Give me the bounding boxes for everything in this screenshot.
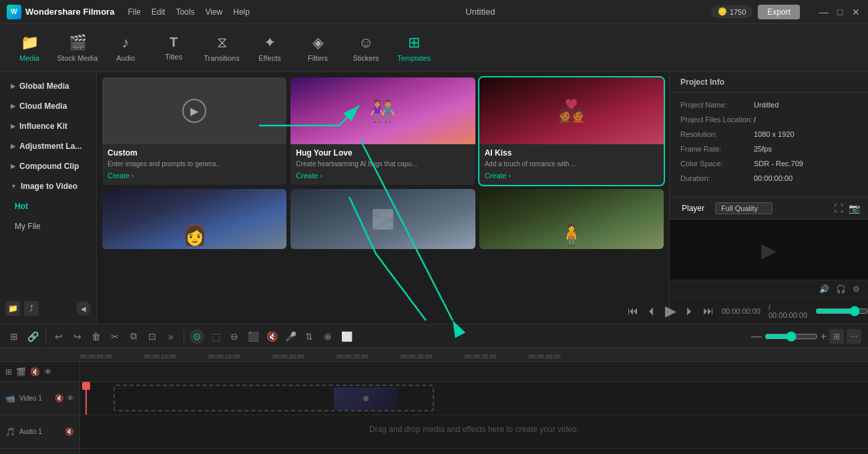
import-icon[interactable]: ⤴ xyxy=(24,301,39,316)
tool-effects[interactable]: ✦ Effects xyxy=(247,27,292,69)
close-button[interactable]: ✕ xyxy=(851,7,861,17)
tool-titles[interactable]: T Titles xyxy=(151,27,196,69)
card-g2[interactable]: 🌫️ xyxy=(290,189,475,249)
audio-label: Audio xyxy=(116,54,135,62)
magnet-icon[interactable]: 🔗 xyxy=(25,329,40,344)
play-icon: ▶ xyxy=(182,99,206,123)
sidebar-item-influence[interactable]: ▶ Influence Kit xyxy=(3,117,93,136)
settings-icon[interactable]: ⚙ xyxy=(853,284,860,294)
timeline-menu-btn[interactable]: ⋯ xyxy=(847,329,861,344)
grid-view-btn[interactable]: ⊞ xyxy=(829,329,844,344)
fullscreen-icon[interactable]: ⛶ xyxy=(834,203,843,214)
cut-icon[interactable]: ✂ xyxy=(107,329,122,344)
topbar-actions: 🪙 1750 Export xyxy=(711,5,800,19)
card-hug-create[interactable]: Create › xyxy=(296,172,469,180)
card-g3[interactable]: 🧍 xyxy=(479,189,664,249)
menu-file[interactable]: File xyxy=(128,7,140,17)
volume-slider[interactable] xyxy=(815,306,868,316)
card-hug[interactable]: 👫 Hug Your Love Create heartwarming AI h… xyxy=(290,77,475,185)
zoom-slider[interactable] xyxy=(765,331,818,342)
card-kiss-create[interactable]: Create › xyxy=(485,172,658,180)
overlay-icon[interactable]: ⊕ xyxy=(320,329,335,344)
trim-icon[interactable]: ⊖ xyxy=(227,329,242,344)
mix-icon[interactable]: ⇅ xyxy=(302,329,316,344)
ripple-icon[interactable]: ⬚ xyxy=(208,329,223,344)
mute-icon[interactable]: 🔇 xyxy=(264,329,279,344)
redo-icon[interactable]: ↪ xyxy=(70,329,85,344)
sidebar-item-image2video[interactable]: ▼ Image to Video xyxy=(3,177,93,196)
window-title: Untitled xyxy=(263,7,698,17)
play-btn[interactable]: ▶ xyxy=(665,302,676,320)
sidebar-item-adjustment[interactable]: ▶ Adjustment La... xyxy=(3,137,93,156)
mic-icon[interactable]: 🎤 xyxy=(283,329,298,344)
delete-icon[interactable]: 🗑 xyxy=(89,329,103,344)
sidebar-item-compound[interactable]: ▶ Compound Clip xyxy=(3,157,93,176)
track-camera-icon: 📹 xyxy=(5,394,15,403)
menu-view[interactable]: View xyxy=(205,7,222,17)
screenshot-icon[interactable]: 📷 xyxy=(849,203,860,214)
minimize-button[interactable]: — xyxy=(819,7,829,17)
tool-stickers[interactable]: ☺ Stickers xyxy=(343,27,389,69)
zoom-in-icon[interactable]: + xyxy=(821,330,827,343)
playhead-marker[interactable] xyxy=(85,382,87,415)
video-mute-icon[interactable]: 🔇 xyxy=(55,394,64,403)
tool-audio[interactable]: ♪ Audio xyxy=(103,27,148,69)
tool-filters[interactable]: ◈ Filters xyxy=(295,27,341,69)
add-folder-icon[interactable]: 📁 xyxy=(5,301,20,316)
zoom-out-icon[interactable]: — xyxy=(751,330,762,343)
card-kiss[interactable]: 💑 AI Kiss Add a touch of romance with ..… xyxy=(479,77,664,185)
menu-tools[interactable]: Tools xyxy=(176,7,194,17)
sidebar-collapse-icon[interactable]: ◀ xyxy=(76,301,91,316)
tool-transitions[interactable]: ⧖ Transitions xyxy=(199,27,244,69)
menu-edit[interactable]: Edit xyxy=(152,7,166,17)
video-eye-icon[interactable]: 👁 xyxy=(67,394,74,403)
app-logo: W Wondershare Filmora xyxy=(7,5,114,19)
sidebar-item-global[interactable]: ▶ Global Media xyxy=(3,77,93,95)
skip-fwd-btn[interactable]: ⏭ xyxy=(703,305,714,317)
player-tab[interactable]: Player xyxy=(678,202,708,215)
track-options-icon[interactable]: 🎬 xyxy=(16,367,26,377)
pip-icon[interactable]: ⬜ xyxy=(339,329,354,344)
card-g1[interactable]: 👩 xyxy=(102,189,286,249)
track-eye-icon[interactable]: 👁 xyxy=(44,367,52,377)
tool-stock-media[interactable]: 🎬 Stock Media xyxy=(55,27,100,69)
expand-icon: ▶ xyxy=(11,163,15,170)
track-lock-icon[interactable]: 🔇 xyxy=(30,367,40,377)
audio-mute-icon[interactable]: 🔇 xyxy=(65,427,74,436)
skip-back-btn[interactable]: ⏮ xyxy=(628,305,638,317)
sidebar-item-hot[interactable]: Hot xyxy=(3,197,93,216)
sidebar-label-myfile: My File xyxy=(15,222,41,231)
paste-icon[interactable]: ⊡ xyxy=(145,329,160,344)
video-track-row[interactable] xyxy=(80,382,868,415)
headphone-icon[interactable]: 🎧 xyxy=(836,284,846,294)
sound-icon[interactable]: 🔊 xyxy=(819,284,829,294)
effects-icon: ✦ xyxy=(264,34,276,51)
frame-back-btn[interactable]: ⏴ xyxy=(646,305,657,317)
sidebar-item-cloud[interactable]: ▶ Cloud Media xyxy=(3,97,93,116)
snap-icon[interactable]: ⊞ xyxy=(7,329,21,344)
split-icon[interactable]: ⬛ xyxy=(246,329,260,344)
maximize-button[interactable]: □ xyxy=(835,7,845,17)
video-clip[interactable] xyxy=(334,387,397,410)
menu-help[interactable]: Help xyxy=(233,7,250,17)
quality-dropdown[interactable]: Full Quality 1/2 1/4 xyxy=(715,202,773,214)
pi-row-name: Project Name: Untitled xyxy=(680,101,857,109)
copy-icon[interactable]: ⧉ xyxy=(126,329,141,344)
stock-icon: 🎬 xyxy=(69,34,87,51)
export-button[interactable]: Export xyxy=(758,5,800,19)
tracks-container: ⊞ 🎬 🔇 👁 📹 Video 1 🔇 👁 🎵 Audio 1 xyxy=(0,362,868,454)
coins-button[interactable]: 🪙 1750 xyxy=(711,5,752,18)
player-header: Player Full Quality 1/2 1/4 ⛶ 📷 xyxy=(670,198,868,220)
card-kiss-desc: Add a touch of romance with ... xyxy=(485,160,658,168)
card-custom[interactable]: ▶ Custom Enter images and prompts to gen… xyxy=(102,77,286,185)
tool-media[interactable]: 📁 Media xyxy=(7,27,52,69)
add-track-icon[interactable]: ⊞ xyxy=(5,367,12,377)
card-custom-create[interactable]: Create › xyxy=(107,172,281,180)
timeline-mode-icon[interactable]: ⊙ xyxy=(190,329,204,344)
tool-templates[interactable]: ⊞ Templates xyxy=(391,27,437,69)
track-content[interactable]: Drag and drop media and effects here to … xyxy=(80,362,868,454)
undo-icon[interactable]: ↩ xyxy=(51,329,66,344)
frame-fwd-btn[interactable]: ⏵ xyxy=(684,305,695,317)
sidebar-item-myfile[interactable]: My File xyxy=(3,217,93,236)
more-icon[interactable]: » xyxy=(164,329,178,344)
